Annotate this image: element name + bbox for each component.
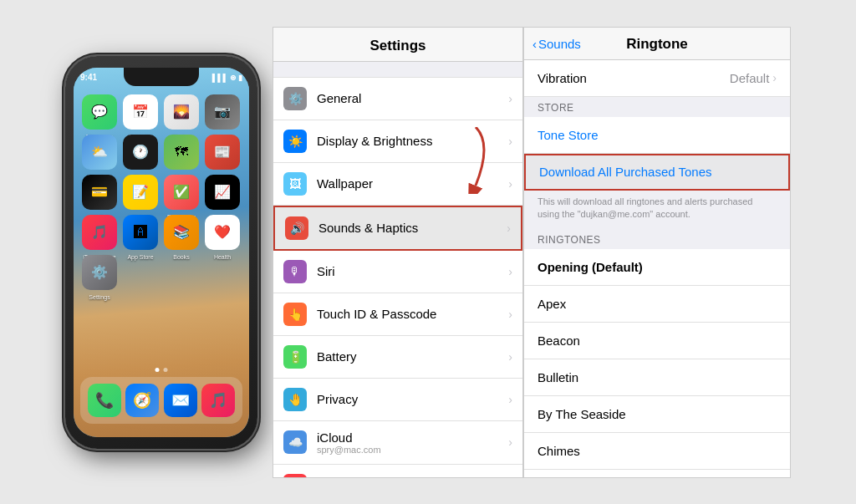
settings-icon: 🔊 [285, 216, 308, 240]
settings-icon-symbol: ☁️ [288, 435, 303, 449]
settings-icon-symbol: 🖼 [289, 177, 301, 191]
settings-icon-symbol: 🎙 [289, 265, 301, 278]
settings-item-siri[interactable]: 🎙 Siri › [273, 251, 522, 293]
app-icon-maps[interactable]: 🗺Maps [164, 135, 199, 170]
settings-icon: 🔋 [283, 345, 307, 369]
app-icon-news[interactable]: 📰News [205, 135, 240, 170]
settings-item-text: Privacy [317, 392, 508, 406]
settings-icon: ☀️ [283, 130, 307, 153]
ringtone-tone-label: By The Seaside [538, 407, 626, 421]
app-icon-messages[interactable]: 💬Messages [82, 94, 117, 130]
settings-item-general[interactable]: ⚙️ General › [273, 77, 522, 120]
settings-item-text: Sounds & Haptics [318, 221, 507, 235]
back-chevron-icon: ‹ [532, 37, 537, 51]
ringtone-header: ‹ Sounds Ringtone [524, 28, 790, 60]
settings-item-display-and-brightness[interactable]: ☀️ Display & Brightness › [273, 120, 522, 163]
settings-chevron-icon: › [508, 308, 512, 321]
ringtone-tone-by-the-seaside[interactable]: By The Seaside [524, 396, 790, 433]
settings-item-icloud[interactable]: ☁️ iCloudspry@mac.com › [273, 421, 522, 465]
download-description: This will download all ringtones and ale… [524, 191, 790, 230]
app-icon-settings[interactable]: ⚙️Settings [82, 255, 117, 290]
settings-chevron-icon: › [508, 435, 512, 449]
settings-list[interactable]: ⚙️ General › ☀️ Display & Brightness › 🖼… [273, 62, 522, 477]
settings-icon: ☁️ [283, 430, 307, 454]
ringtone-back-button[interactable]: ‹ Sounds [532, 37, 581, 51]
settings-icon: 🖼 [283, 172, 307, 196]
app-grid: 💬Messages📅Calendar🌄Photos📷Camera⛅Weather… [79, 91, 244, 293]
settings-chevron-icon: › [508, 350, 512, 364]
ringtone-back-label: Sounds [538, 37, 581, 51]
settings-title: Settings [369, 38, 425, 53]
settings-icon: 🎙 [283, 260, 307, 283]
iphone-time: 9:41 [80, 73, 97, 82]
ringtone-tone-label: Bulletin [538, 370, 578, 384]
iphone-status-bar: 9:41 ▌▌▌ ⊛ ▮ [80, 69, 242, 86]
vibration-row[interactable]: Vibration Default › [524, 60, 790, 97]
settings-item-text: iCloud [317, 430, 508, 445]
ringtone-tone-label: Beacon [538, 333, 580, 348]
iphone-status-icons: ▌▌▌ ⊛ ▮ [212, 74, 242, 82]
page-dots [155, 368, 168, 372]
tone-store-row[interactable]: Tone Store [524, 117, 790, 154]
settings-icon-symbol: ☀️ [288, 135, 303, 148]
vibration-chevron-icon: › [772, 71, 777, 84]
ringtone-tone-bulletin[interactable]: Bulletin [524, 359, 790, 396]
settings-item-itunes-and-app-store[interactable]: 🎵 iTunes & App Store › [273, 465, 522, 477]
app-icon-health[interactable]: ❤️Health [205, 215, 240, 250]
battery-icon: ▮ [238, 74, 242, 82]
app-icon-photos[interactable]: 🌄Photos [164, 94, 199, 130]
page-dot-1 [155, 368, 160, 372]
signal-icon: ▌▌▌ [212, 74, 228, 82]
app-icon-calendar[interactable]: 📅Calendar [123, 94, 158, 130]
app-icon-clock[interactable]: 🕐Clock [123, 135, 158, 170]
settings-item-sounds-and-haptics[interactable]: 🔊 Sounds & Haptics › [273, 206, 522, 251]
settings-icon: ⚙️ [283, 87, 307, 110]
dock-icon-music[interactable]: 🎵 [201, 384, 235, 417]
settings-item-text: Touch ID & Passcode [317, 307, 508, 321]
ringtone-tone-opening-(default)[interactable]: Opening (Default) [524, 249, 790, 286]
settings-icon: 🤚 [283, 388, 307, 411]
settings-icon-symbol: 🔊 [290, 221, 304, 235]
download-tones-label: Download All Purchased Tones [539, 165, 712, 179]
settings-icon-symbol: 👆 [288, 308, 303, 321]
ringtone-content: Vibration Default › STORE Tone Store Dow… [524, 60, 790, 477]
dock-icon-mail[interactable]: ✉️ [164, 384, 197, 417]
dock-icon-safari[interactable]: 🧭 [125, 384, 159, 417]
store-section-header: STORE [524, 97, 790, 117]
ringtone-tone-label: Opening (Default) [538, 260, 643, 274]
iphone-wallpaper: 9:41 ▌▌▌ ⊛ ▮ 💬Messages📅Calendar🌄Photos📷C… [74, 68, 249, 437]
ringtones-list: Opening (Default)ApexBeaconBulletinBy Th… [524, 249, 790, 476]
app-icon-notes[interactable]: 📝Notes [123, 175, 158, 210]
page-dot-2 [164, 368, 168, 372]
app-icon-wallet[interactable]: 💳Wallet [82, 175, 117, 210]
ringtone-tone-beacon[interactable]: Beacon [524, 323, 790, 359]
settings-item-battery[interactable]: 🔋 Battery › [273, 336, 522, 379]
ringtone-tone-label: Chimes [538, 444, 580, 458]
settings-icon: 🎵 [283, 474, 307, 477]
app-icon-itunes-store[interactable]: 🎵iTunes Store [82, 215, 117, 250]
settings-icon-symbol: 🔋 [288, 350, 303, 364]
app-icon-books[interactable]: 📚Books [164, 215, 199, 250]
settings-chevron-icon: › [508, 393, 512, 406]
dock-icon-phone[interactable]: 📞 [88, 384, 121, 417]
vibration-label: Vibration [538, 71, 730, 85]
ringtone-tone-chimes[interactable]: Chimes [524, 433, 790, 470]
app-icon-camera[interactable]: 📷Camera [205, 94, 240, 130]
settings-item-wallpaper[interactable]: 🖼 Wallpaper › [273, 163, 522, 206]
app-icon-weather[interactable]: ⛅Weather [82, 135, 117, 170]
settings-chevron-icon: › [508, 92, 512, 105]
iphone-screen: 9:41 ▌▌▌ ⊛ ▮ 💬Messages📅Calendar🌄Photos📷C… [74, 68, 249, 437]
app-icon-app-store[interactable]: 🅰App Store [123, 215, 158, 250]
app-icon-reminders[interactable]: ✅Reminders [164, 175, 199, 210]
ringtone-panel: ‹ Sounds Ringtone Vibration Default › ST… [523, 27, 791, 478]
app-icon-stocks[interactable]: 📈Stocks [205, 175, 240, 210]
settings-icon-symbol: 🤚 [288, 393, 303, 406]
iphone-body: 9:41 ▌▌▌ ⊛ ▮ 💬Messages📅Calendar🌄Photos📷C… [65, 56, 257, 449]
ringtone-tone-circuit[interactable]: Circuit [524, 470, 790, 476]
settings-header: Settings [273, 28, 522, 62]
download-tones-row[interactable]: Download All Purchased Tones [524, 154, 790, 191]
settings-item-touch-id-and-passcode[interactable]: 👆 Touch ID & Passcode › [273, 293, 522, 336]
ringtone-tone-apex[interactable]: Apex [524, 286, 790, 323]
settings-icon-symbol: ⚙️ [288, 92, 303, 105]
settings-item-privacy[interactable]: 🤚 Privacy › [273, 379, 522, 421]
